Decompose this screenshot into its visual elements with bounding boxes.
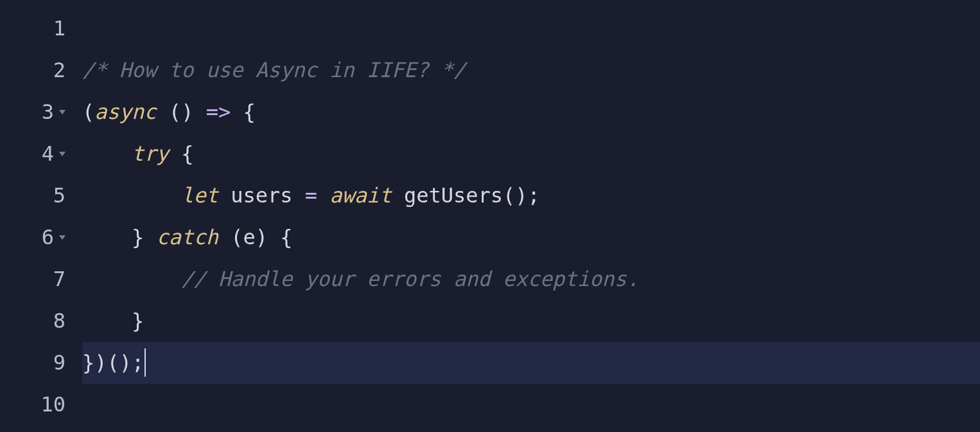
line-number: 8 [0, 300, 71, 342]
fold-icon[interactable] [59, 152, 66, 156]
line-number-text: 9 [53, 342, 66, 384]
token-punct: } [132, 225, 157, 249]
code-editor[interactable]: 12345678910 /* How to use Async in IIFE?… [0, 0, 980, 432]
token-punct: ( [82, 100, 94, 124]
code-line[interactable]: /* How to use Async in IIFE? */ [82, 50, 980, 91]
token-punct: () [157, 100, 206, 124]
code-line[interactable]: let users = await getUsers(); [82, 175, 980, 217]
token-punct: })(); [82, 350, 144, 375]
token-op: => [206, 100, 231, 124]
line-number-text: 3 [42, 91, 54, 133]
code-line[interactable]: } [82, 300, 980, 342]
token-ident: users [218, 183, 305, 208]
fold-icon[interactable] [59, 110, 66, 114]
gutter: 12345678910 [0, 0, 71, 432]
code-line[interactable]: try { [82, 133, 980, 175]
code-area[interactable]: /* How to use Async in IIFE? */(async ()… [71, 0, 980, 432]
line-number: 6 [0, 217, 71, 258]
token-guide [82, 141, 132, 166]
token-punct [132, 183, 181, 208]
line-number: 10 [0, 384, 71, 426]
fold-icon[interactable] [59, 235, 66, 240]
token-ident [317, 183, 329, 208]
token-keyword: async [94, 100, 156, 124]
cursor [144, 348, 146, 377]
line-number: 2 [0, 50, 71, 91]
token-punct: (); [503, 183, 540, 208]
token-comment: // Handle your errors and exceptions. [181, 267, 639, 291]
line-number: 9 [0, 342, 71, 384]
code-line[interactable]: // Handle your errors and exceptions. [82, 258, 980, 300]
token-comment: /* How to use Async in IIFE? */ [82, 58, 466, 82]
line-number: 1 [0, 8, 71, 50]
token-punct: (e) { [218, 225, 293, 249]
token-keyword: catch [157, 225, 218, 249]
line-number: 5 [0, 175, 71, 217]
line-number-text: 2 [53, 50, 66, 91]
line-number-text: 10 [40, 384, 66, 426]
token-guide [82, 225, 132, 249]
token-guide [82, 309, 132, 333]
line-number: 3 [0, 91, 71, 133]
token-punct: } [132, 309, 144, 333]
code-line[interactable] [82, 384, 980, 426]
line-number-text: 5 [53, 175, 66, 217]
token-punct: { [231, 100, 256, 124]
line-number-text: 8 [53, 300, 66, 342]
token-func: getUsers [404, 183, 503, 208]
token-ident [392, 183, 404, 208]
line-number-text: 1 [53, 8, 66, 50]
token-punct [132, 267, 181, 291]
line-number: 7 [0, 258, 71, 300]
line-number-text: 7 [53, 258, 66, 300]
token-keyword: await [329, 183, 391, 208]
token-guide [82, 267, 132, 291]
code-line[interactable]: })(); [82, 342, 980, 384]
line-number-text: 6 [42, 217, 54, 258]
token-punct: { [169, 141, 194, 166]
line-number: 4 [0, 133, 71, 175]
code-line[interactable]: (async () => { [82, 91, 980, 133]
token-op: = [305, 183, 317, 208]
code-line[interactable]: } catch (e) { [82, 217, 980, 258]
code-line[interactable] [82, 8, 980, 50]
line-number-text: 4 [42, 133, 54, 175]
token-storage: let [181, 183, 218, 208]
token-guide [82, 183, 132, 208]
token-keyword: try [132, 141, 169, 166]
